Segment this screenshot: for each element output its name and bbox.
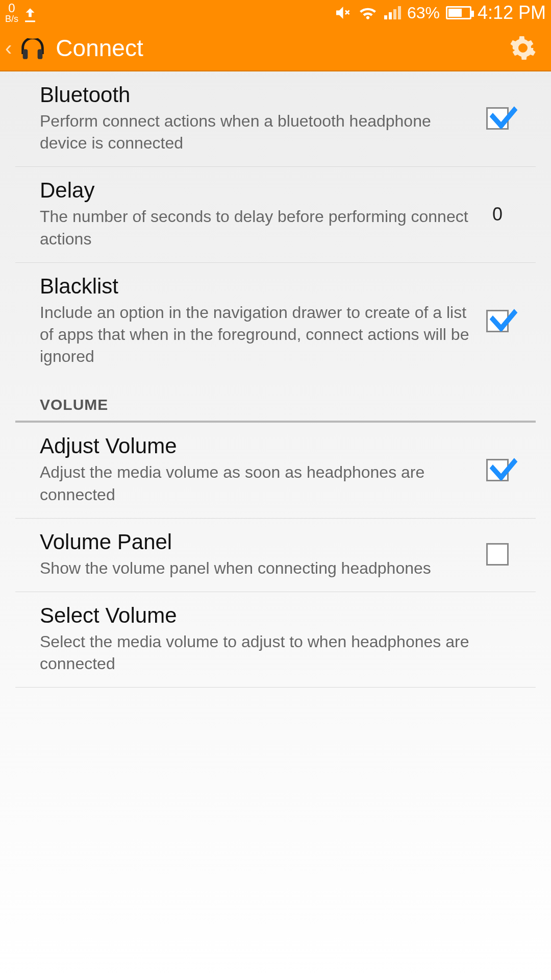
setting-text: Adjust Volume Adjust the media volume as… bbox=[40, 434, 480, 505]
adjust-volume-checkbox[interactable] bbox=[486, 459, 509, 481]
setting-adjust-volume[interactable]: Adjust Volume Adjust the media volume as… bbox=[15, 423, 536, 518]
setting-control bbox=[480, 459, 515, 481]
setting-desc: The number of seconds to delay before pe… bbox=[40, 206, 469, 250]
battery-icon bbox=[446, 6, 471, 19]
setting-desc: Perform connect actions when a bluetooth… bbox=[40, 110, 469, 154]
setting-control bbox=[480, 543, 515, 566]
setting-control bbox=[480, 107, 515, 130]
svg-rect-1 bbox=[38, 49, 43, 59]
network-speed-value: 0 bbox=[8, 2, 15, 14]
setting-desc: Select the media volume to adjust to whe… bbox=[40, 631, 505, 675]
setting-title: Select Volume bbox=[40, 603, 505, 628]
setting-blacklist[interactable]: Blacklist Include an option in the navig… bbox=[15, 263, 536, 380]
section-header-volume: VOLUME bbox=[15, 380, 536, 423]
setting-bluetooth[interactable]: Bluetooth Perform connect actions when a… bbox=[15, 71, 536, 167]
setting-text: Bluetooth Perform connect actions when a… bbox=[40, 83, 480, 154]
setting-title: Blacklist bbox=[40, 274, 469, 299]
setting-desc: Show the volume panel when connecting he… bbox=[40, 557, 469, 579]
setting-title: Adjust Volume bbox=[40, 434, 469, 458]
setting-title: Delay bbox=[40, 178, 469, 203]
volume-mute-icon bbox=[333, 4, 352, 22]
svg-rect-0 bbox=[23, 49, 28, 59]
app-bar-left: ‹ Connect bbox=[5, 33, 143, 63]
page-title: Connect bbox=[56, 34, 143, 62]
back-button[interactable]: ‹ bbox=[5, 37, 12, 60]
settings-button[interactable] bbox=[509, 34, 537, 62]
volume-panel-checkbox[interactable] bbox=[486, 543, 509, 566]
app-bar: ‹ Connect bbox=[0, 26, 551, 71]
svg-point-2 bbox=[26, 35, 40, 39]
setting-text: Volume Panel Show the volume panel when … bbox=[40, 530, 480, 579]
setting-text: Blacklist Include an option in the navig… bbox=[40, 274, 480, 368]
status-bar: 0 B/s 63% 4:12 PM bbox=[0, 0, 551, 26]
setting-title: Volume Panel bbox=[40, 530, 469, 554]
setting-text: Select Volume Select the media volume to… bbox=[40, 603, 515, 675]
cell-signal-icon bbox=[384, 6, 401, 19]
setting-volume-panel[interactable]: Volume Panel Show the volume panel when … bbox=[15, 519, 536, 592]
blacklist-checkbox[interactable] bbox=[486, 310, 509, 332]
headphones-icon bbox=[18, 33, 47, 63]
setting-desc: Include an option in the navigation draw… bbox=[40, 302, 469, 368]
battery-percent: 63% bbox=[407, 4, 440, 22]
delay-value: 0 bbox=[480, 204, 515, 225]
network-speed: 0 B/s bbox=[5, 2, 18, 23]
settings-list: Bluetooth Perform connect actions when a… bbox=[0, 71, 551, 688]
status-right: 63% 4:12 PM bbox=[333, 2, 546, 23]
wifi-icon bbox=[358, 5, 378, 21]
setting-text: Delay The number of seconds to delay bef… bbox=[40, 178, 480, 250]
network-speed-unit: B/s bbox=[5, 14, 18, 23]
setting-desc: Adjust the media volume as soon as headp… bbox=[40, 461, 469, 505]
upload-icon bbox=[21, 6, 39, 23]
setting-title: Bluetooth bbox=[40, 83, 469, 107]
setting-select-volume[interactable]: Select Volume Select the media volume to… bbox=[15, 592, 536, 688]
status-left: 0 B/s bbox=[5, 2, 39, 23]
setting-delay[interactable]: Delay The number of seconds to delay bef… bbox=[15, 167, 536, 262]
bluetooth-checkbox[interactable] bbox=[486, 107, 509, 130]
status-time: 4:12 PM bbox=[478, 2, 546, 23]
setting-control bbox=[480, 310, 515, 332]
